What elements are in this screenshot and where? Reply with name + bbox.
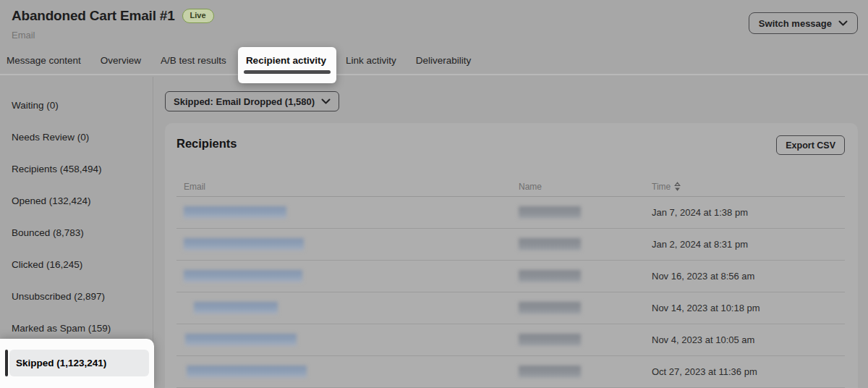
table-row: Oct 27, 2023 at 11:36 pm [176, 356, 845, 388]
table-row: Nov 4, 2023 at 10:05 am [176, 324, 845, 356]
table-row: Nov 14, 2023 at 10:18 pm [176, 292, 845, 324]
redacted-name-cell [519, 334, 581, 346]
redacted-name-cell [519, 302, 581, 314]
status-badge: Live [182, 9, 214, 23]
sidebar-item-label: Needs Review (0) [12, 132, 89, 143]
time-cell: Nov 14, 2023 at 10:18 pm [652, 292, 760, 324]
recipient-filter-dropdown[interactable]: Skipped: Email Dropped (1,580) [165, 91, 339, 111]
sidebar-item-skipped[interactable]: Skipped (1,123,241) [9, 350, 149, 376]
sidebar-item-label: Clicked (16,245) [12, 259, 82, 270]
tab-message-content[interactable]: Message content [7, 55, 81, 66]
sidebar-item-opened[interactable]: Opened (132,424) [0, 185, 153, 217]
recipients-card: Recipients Export CSV Email Name Time Ja… [165, 123, 858, 388]
sidebar-item-recipients[interactable]: Recipients (458,494) [0, 153, 153, 185]
time-cell: Jan 7, 2024 at 1:38 pm [652, 197, 748, 229]
column-header-email: Email [184, 182, 205, 192]
column-header-time-label: Time [652, 182, 671, 192]
tab-recipient-activity[interactable]: Recipient activity [246, 55, 326, 66]
recipient-activity-screen: Abandoned Cart Email #1 Live Email Switc… [0, 0, 868, 388]
tab-label: Recipient activity [246, 55, 326, 66]
table-row: Jan 2, 2024 at 8:31 pm [176, 229, 845, 261]
redacted-email-cell [184, 206, 286, 219]
sidebar-item-list: Waiting (0)Needs Review (0)Recipients (4… [0, 77, 153, 388]
time-cell: Nov 16, 2023 at 8:56 am [652, 261, 754, 292]
sidebar-item-label: Skipped (1,123,241) [16, 358, 106, 368]
sidebar-item-label: Waiting (0) [12, 100, 59, 111]
time-cell: Jan 2, 2024 at 8:31 pm [652, 229, 748, 261]
table-row: Jan 7, 2024 at 1:38 pm [176, 197, 845, 229]
sidebar-item-unsubscribed[interactable]: Unsubscribed (2,897) [0, 281, 153, 313]
redacted-email-cell [185, 334, 297, 346]
chevron-down-icon [838, 20, 848, 26]
redacted-email-cell [187, 366, 307, 378]
tab-overview[interactable]: Overview [101, 55, 141, 66]
tab-link-activity[interactable]: Link activity [346, 55, 396, 66]
redacted-email-cell [194, 302, 278, 314]
sidebar-item-label: Opened (132,424) [12, 195, 91, 206]
sidebar-item-bounced[interactable]: Bounced (8,783) [0, 217, 153, 249]
tab-deliverability[interactable]: Deliverability [416, 55, 472, 66]
sidebar-item-label: Marked as Spam (159) [12, 323, 111, 334]
recipient-filter-label: Skipped: Email Dropped (1,580) [174, 96, 315, 107]
title-row: Abandoned Cart Email #1 Live [12, 8, 214, 24]
redacted-name-cell [519, 206, 581, 219]
tab-bar: Message contentOverviewA/B test resultsR… [0, 46, 868, 75]
chevron-down-icon [321, 98, 331, 104]
tab-a-b-test-results[interactable]: A/B test results [161, 55, 226, 66]
table-row: Nov 16, 2023 at 8:56 am [176, 261, 845, 292]
sort-icon [674, 182, 681, 192]
redacted-name-cell [519, 238, 581, 250]
page-title: Abandoned Cart Email #1 [12, 8, 175, 24]
redacted-name-cell [519, 270, 581, 282]
switch-message-button[interactable]: Switch message [749, 12, 858, 34]
page-header: Abandoned Cart Email #1 Live Email Switc… [0, 0, 868, 49]
recipient-status-sidebar: Waiting (0)Needs Review (0)Recipients (4… [0, 77, 153, 388]
column-header-name: Name [519, 182, 542, 192]
switch-message-label: Switch message [759, 18, 832, 29]
sidebar-item-needs-review[interactable]: Needs Review (0) [0, 122, 153, 153]
sidebar-item-label: Unsubscribed (2,897) [12, 291, 105, 302]
redacted-email-cell [184, 270, 302, 282]
page-subtitle: Email [12, 30, 35, 41]
redacted-name-cell [519, 366, 581, 378]
card-title: Recipients [176, 137, 237, 151]
tab-list: Message contentOverviewA/B test resultsR… [0, 46, 868, 74]
sidebar-item-waiting[interactable]: Waiting (0) [0, 90, 153, 122]
sidebar-item-label: Recipients (458,494) [12, 164, 102, 174]
time-cell: Oct 27, 2023 at 11:36 pm [652, 356, 757, 388]
table-header-row: Email Name Time [176, 177, 845, 197]
time-cell: Nov 4, 2023 at 10:05 am [652, 324, 754, 356]
column-header-time[interactable]: Time [652, 182, 681, 192]
redacted-email-cell [184, 238, 304, 250]
sidebar-item-clicked[interactable]: Clicked (16,245) [0, 249, 153, 281]
active-tab-underline [244, 70, 331, 74]
sidebar-item-label: Bounced (8,783) [12, 227, 84, 238]
sidebar-item-marked-as-spam[interactable]: Marked as Spam (159) [0, 313, 153, 345]
export-csv-button[interactable]: Export CSV [776, 135, 845, 155]
table-body: Jan 7, 2024 at 1:38 pmJan 2, 2024 at 8:3… [176, 197, 845, 388]
